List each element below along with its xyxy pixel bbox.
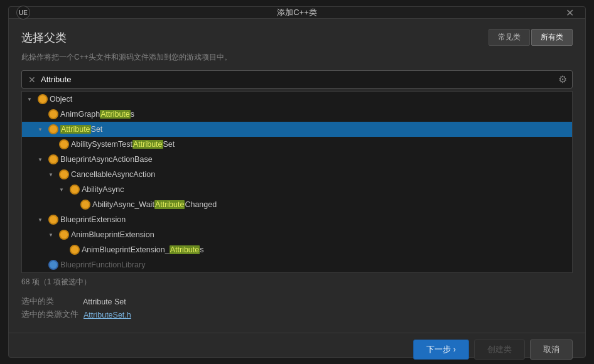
next-button[interactable]: 下一步 › — [413, 340, 469, 360]
item-icon-blueprint-ext — [48, 215, 58, 225]
item-label-func: BlueprintFunctionLibrary — [60, 260, 572, 269]
dialog-title: 添加C++类 — [277, 7, 317, 18]
info-col: 选中的类 Attribute Set 选中的类源文件 AttributeSet.… — [21, 296, 573, 323]
title-bar: UE 添加C++类 ✕ — [9, 7, 585, 19]
item-icon-anim-bp — [59, 230, 69, 240]
info-value-class: Attribute Set — [83, 297, 126, 306]
info-row-class: 选中的类 Attribute Set — [21, 296, 573, 307]
tab-buttons: 常见类 所有类 — [489, 29, 573, 46]
info-value-source: AttributeSet.h — [84, 311, 131, 319]
status-bar: 68 项（1 项被选中） — [21, 273, 573, 290]
tree-item-ability-async[interactable]: AbilityAsync — [22, 182, 572, 197]
expand-arrow-blueprint-ext — [38, 217, 46, 223]
tree-item-attribute-set[interactable]: AttributeSet — [22, 122, 572, 137]
highlight-attribute-set: Attribute — [60, 125, 91, 134]
item-icon-ability-system — [59, 139, 69, 149]
item-icon-attribute-set — [48, 124, 58, 134]
item-label-object: Object — [50, 95, 572, 104]
item-icon-func — [48, 260, 58, 270]
search-clear-button[interactable]: ✕ — [27, 75, 37, 85]
item-icon-blueprint-async — [48, 154, 58, 164]
item-label-animgraph: AnimGraphAttributes — [60, 110, 572, 119]
item-icon-ability-async — [70, 185, 80, 195]
section-title: 选择父类 — [21, 30, 67, 45]
tree-item-ability-async-wait[interactable]: AbilityAsync_WaitAttributeChanged — [22, 197, 572, 212]
tab-all[interactable]: 所有类 — [531, 29, 573, 46]
search-settings-button[interactable]: ⚙ — [558, 73, 567, 85]
info-row-source: 选中的类源文件 AttributeSet.h — [21, 309, 573, 320]
dialog-body: 选择父类 常见类 所有类 此操作将把一个C++头文件和源码文件添加到您的游戏项目… — [9, 19, 585, 333]
tree-item-anim-blueprint-ext[interactable]: AnimBlueprintExtension — [22, 227, 572, 242]
item-label-attribute-set: AttributeSet — [60, 125, 572, 134]
expand-arrow-object — [27, 97, 36, 102]
close-button[interactable]: ✕ — [562, 6, 578, 20]
tree-container[interactable]: Object AnimGraphAttributes AttributeSet — [21, 91, 573, 273]
item-label-wait: AbilityAsync_WaitAttributeChanged — [92, 200, 572, 209]
item-icon-cancellable — [59, 169, 69, 179]
item-label-blueprint-async: BlueprintAsyncActionBase — [60, 155, 572, 164]
tree-item-animgraph-attributes[interactable]: AnimGraphAttributes — [22, 107, 572, 122]
tree-item-ability-system-test[interactable]: AbilitySystemTestAttributeSet — [22, 137, 572, 152]
tree-item-blueprint-func[interactable]: BlueprintFunctionLibrary — [22, 257, 572, 272]
info-label-class: 选中的类 — [21, 296, 78, 307]
highlight-animgraph: Attribute — [100, 110, 131, 119]
item-icon-wait — [80, 200, 90, 210]
footer: 下一步 › 创建类 取消 — [9, 333, 585, 364]
tree-item-blueprint-async[interactable]: BlueprintAsyncActionBase — [22, 152, 572, 167]
tree-item-object[interactable]: Object — [22, 92, 572, 107]
expand-arrow-cancellable — [48, 172, 57, 178]
tree-item-cancellable[interactable]: CancellableAsyncAction — [22, 167, 572, 182]
expand-arrow-anim-bp — [48, 232, 57, 238]
cancel-button[interactable]: 取消 — [530, 340, 573, 360]
tab-common[interactable]: 常见类 — [489, 29, 530, 46]
main-dialog: UE 添加C++类 ✕ 选择父类 常见类 所有类 此操作将把一个C++头文件和源… — [8, 6, 586, 358]
item-label-anim-bp: AnimBlueprintExtension — [71, 230, 572, 239]
section-header: 选择父类 常见类 所有类 — [21, 29, 573, 46]
highlight-wait: Attribute — [154, 200, 185, 209]
create-button[interactable]: 创建类 — [474, 340, 525, 360]
tree-item-blueprint-ext[interactable]: BlueprintExtension — [22, 212, 572, 227]
expand-arrow-ability-async — [59, 187, 68, 193]
item-label-ability-system: AbilitySystemTestAttributeSet — [71, 140, 572, 149]
ue-logo: UE — [16, 6, 30, 19]
item-icon-animgraph — [48, 109, 58, 119]
search-bar: ✕ ⚙ — [21, 70, 573, 88]
search-input[interactable] — [41, 75, 554, 84]
subtitle: 此操作将把一个C++头文件和源码文件添加到您的游戏项目中。 — [21, 52, 573, 63]
highlight-anim-attrs: Attribute — [170, 245, 200, 254]
expand-arrow-attribute-set — [38, 127, 46, 132]
item-icon-object — [38, 94, 48, 104]
info-section: 选中的类 Attribute Set 选中的类源文件 AttributeSet.… — [21, 292, 573, 323]
item-label-cancellable: CancellableAsyncAction — [71, 170, 572, 179]
expand-arrow-blueprint-async — [38, 157, 46, 163]
highlight-ability-system: Attribute — [132, 140, 163, 149]
item-icon-anim-attrs — [70, 245, 80, 255]
info-label-source: 选中的类源文件 — [21, 309, 78, 320]
item-label-blueprint-ext: BlueprintExtension — [60, 215, 572, 224]
item-label-ability-async: AbilityAsync — [82, 185, 572, 194]
item-label-anim-attrs: AnimBlueprintExtension_Attributes — [82, 245, 572, 254]
tree-item-anim-bp-attributes[interactable]: AnimBlueprintExtension_Attributes — [22, 242, 572, 257]
